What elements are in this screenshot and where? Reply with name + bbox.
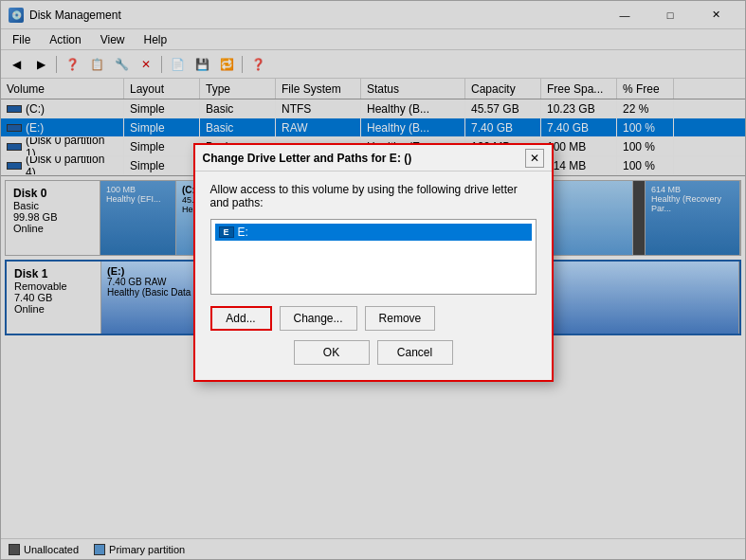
dialog-action-buttons: Add... Change... Remove <box>210 306 537 331</box>
dialog-ok-cancel: OK Cancel <box>210 340 537 369</box>
add-button[interactable]: Add... <box>210 306 272 331</box>
main-window: 💿 Disk Management — □ ✕ File Action View… <box>0 0 746 560</box>
ok-button[interactable]: OK <box>294 340 370 365</box>
cancel-button[interactable]: Cancel <box>377 340 453 365</box>
drive-letter-label: E: <box>238 226 248 239</box>
dialog-listbox[interactable]: E E: <box>210 219 537 295</box>
change-button[interactable]: Change... <box>280 306 357 331</box>
modal-overlay: Change Drive Letter and Paths for E: () … <box>1 1 745 559</box>
dialog-list-item[interactable]: E E: <box>215 224 532 241</box>
dialog-title-bar: Change Drive Letter and Paths for E: () … <box>195 145 552 172</box>
dialog-title: Change Drive Letter and Paths for E: () <box>203 152 412 165</box>
remove-button[interactable]: Remove <box>365 306 436 331</box>
drive-icon: E <box>219 226 234 238</box>
dialog-content: Allow access to this volume by using the… <box>195 172 552 380</box>
dialog-close-button[interactable]: ✕ <box>525 149 544 168</box>
dialog-description: Allow access to this volume by using the… <box>210 183 537 209</box>
change-drive-letter-dialog: Change Drive Letter and Paths for E: () … <box>193 143 554 382</box>
